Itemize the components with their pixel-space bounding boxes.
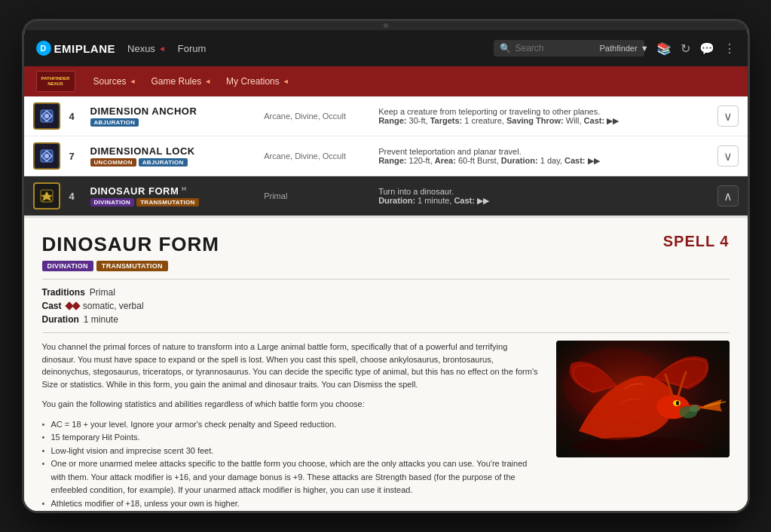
duration-property: Duration 1 minute — [42, 314, 730, 325]
duration-value: 1 minute — [84, 314, 118, 325]
spell-name: DINOSAUR FORM H — [90, 185, 255, 197]
spell-level: 4 — [69, 111, 81, 122]
nexus-nav-link[interactable]: Nexus ◄ — [127, 43, 166, 54]
table-row[interactable]: 7 DIMENSIONAL LOCK UNCOMMON ABJURATION A… — [24, 136, 748, 176]
detail-divider-2 — [42, 332, 730, 333]
my-creations-nav-link[interactable]: My Creations ◄ — [220, 73, 295, 90]
spell-icon — [33, 182, 60, 209]
spell-icon — [33, 102, 60, 130]
detail-tag: TRANSMUTATION — [96, 261, 168, 271]
spell-info: DINOSAUR FORM H DIVINATION TRANSMUTATION — [90, 185, 255, 206]
spell-tag: ABJURATION — [90, 118, 139, 127]
svg-point-14 — [690, 405, 700, 412]
spell-tags: UNCOMMON ABJURATION — [90, 158, 255, 167]
tradition-property: Traditions Primal — [42, 287, 730, 298]
cast-label: Cast — [42, 301, 62, 311]
detail-header: DINOSAUR FORM DIVINATION TRANSMUTATION S… — [42, 233, 730, 271]
spell-illustration — [556, 341, 730, 457]
tradition-value: Primal — [90, 287, 115, 298]
svg-point-2 — [44, 114, 49, 118]
spell-description-brief: Turn into a dinosaur. Duration: 1 minute… — [378, 187, 708, 206]
cast-property: Cast somatic, verbal — [42, 301, 730, 311]
spell-icon — [33, 142, 60, 170]
spell-level: 4 — [69, 191, 81, 202]
pathfinder-nexus-logo-image: PATHFINDERNEXUS — [36, 71, 75, 92]
game-selector-dropdown[interactable]: Pathfinder ▼ — [600, 44, 649, 53]
sources-nav-link[interactable]: Sources ◄ — [87, 73, 142, 90]
spell-info: DIMENSIONAL LOCK UNCOMMON ABJURATION — [90, 145, 255, 167]
detail-tag: DIVINATION — [42, 261, 93, 271]
main-content: 4 DIMENSION ANCHOR ABJURATION Arcane, Di… — [24, 96, 748, 511]
svg-point-15 — [571, 437, 707, 455]
detail-description: You channel the primal forces of nature … — [42, 341, 541, 390]
list-item: Athletics modifier of +18, unless your o… — [42, 497, 541, 511]
detail-tag-list: DIVINATION TRANSMUTATION — [42, 261, 219, 271]
nav-icon-group: 📚 ↻ 💬 ⋮ — [656, 41, 736, 56]
two-actions-icon — [66, 303, 79, 309]
spell-tag: DIVINATION — [90, 198, 135, 206]
top-navigation: D EMIPLANE Nexus ◄ Forum 🔍 Pathfinder ▼ — [24, 30, 748, 66]
spell-description-brief: Prevent teleportation and planar travel.… — [378, 147, 708, 166]
svg-point-12 — [676, 401, 679, 405]
tradition-label: Traditions — [42, 287, 85, 298]
logo-icon: D — [36, 41, 51, 56]
table-row[interactable]: 4 DIMENSION ANCHOR ABJURATION Arcane, Di… — [24, 96, 748, 136]
demiplane-logo[interactable]: D EMIPLANE — [36, 41, 116, 56]
spell-tag: ABJURATION — [139, 158, 188, 167]
chat-icon[interactable]: 💬 — [699, 41, 714, 56]
expand-button[interactable]: ∧ — [717, 185, 739, 206]
pathfinder-logo: PATHFINDERNEXUS — [36, 71, 75, 92]
svg-point-5 — [44, 154, 49, 158]
expand-button[interactable]: ∨ — [717, 105, 739, 127]
search-bar: 🔍 Pathfinder ▼ — [494, 40, 644, 57]
my-creations-chevron-icon: ◄ — [283, 78, 289, 85]
nexus-chevron-icon: ◄ — [158, 44, 166, 53]
logo-text: EMIPLANE — [54, 42, 116, 55]
spell-level: 7 — [69, 151, 81, 162]
spell-traditions: Primal — [264, 191, 369, 200]
spell-traditions: Arcane, Divine, Occult — [264, 151, 369, 161]
spell-description-brief: Keep a creature from teleporting or trav… — [378, 107, 708, 126]
detail-properties: Traditions Primal Cast somatic, verbal — [42, 287, 730, 325]
game-rules-chevron-icon: ◄ — [204, 78, 211, 85]
list-item: Low-light vision and imprecise scent 30 … — [42, 445, 541, 458]
spell-name: DIMENSIONAL LOCK — [90, 145, 255, 157]
table-row[interactable]: 4 DINOSAUR FORM H DIVINATION TRANSMUTATI… — [24, 176, 748, 216]
spell-list: 4 DIMENSION ANCHOR ABJURATION Arcane, Di… — [24, 96, 748, 216]
spell-tag: UNCOMMON — [90, 158, 136, 167]
menu-icon[interactable]: ⋮ — [724, 41, 736, 56]
sources-chevron-icon: ◄ — [130, 78, 136, 85]
detail-divider — [42, 279, 730, 280]
detail-spell-level: SPELL 4 — [663, 233, 730, 250]
spell-info: DIMENSION ANCHOR ABJURATION — [90, 105, 255, 127]
detail-stats-intro: You gain the following statistics and ab… — [42, 398, 541, 411]
spell-name: DIMENSION ANCHOR — [90, 105, 255, 117]
expand-button[interactable]: ∨ — [717, 145, 739, 167]
detail-content: You channel the primal forces of nature … — [42, 341, 730, 511]
list-item: AC = 18 + your level. Ignore your armor'… — [42, 418, 541, 432]
list-item: One or more unarmed melee attacks specif… — [42, 457, 541, 497]
search-icon: 🔍 — [500, 43, 511, 54]
detail-title: DINOSAUR FORM — [42, 233, 219, 256]
spell-tags: DIVINATION TRANSMUTATION — [90, 198, 255, 206]
spell-tags: ABJURATION — [90, 118, 255, 127]
spell-traditions: Arcane, Divine, Occult — [264, 112, 369, 121]
spell-detail-panel: DINOSAUR FORM DIVINATION TRANSMUTATION S… — [24, 216, 748, 511]
refresh-icon[interactable]: ↻ — [681, 41, 690, 56]
pathfinder-navigation: PATHFINDERNEXUS Sources ◄ Game Rules ◄ M… — [24, 66, 748, 96]
forum-nav-link[interactable]: Forum — [178, 43, 207, 54]
duration-label: Duration — [42, 314, 79, 325]
list-item: 15 temporary Hit Points. — [42, 431, 541, 445]
dropdown-chevron-icon: ▼ — [641, 44, 649, 53]
detail-text-block: You channel the primal forces of nature … — [42, 341, 541, 511]
bookshelf-icon[interactable]: 📚 — [656, 41, 672, 56]
detail-stats-list: AC = 18 + your level. Ignore your armor'… — [42, 418, 541, 511]
search-input[interactable] — [516, 43, 591, 54]
game-rules-nav-link[interactable]: Game Rules ◄ — [145, 73, 217, 90]
spell-tag: TRANSMUTATION — [136, 198, 198, 206]
